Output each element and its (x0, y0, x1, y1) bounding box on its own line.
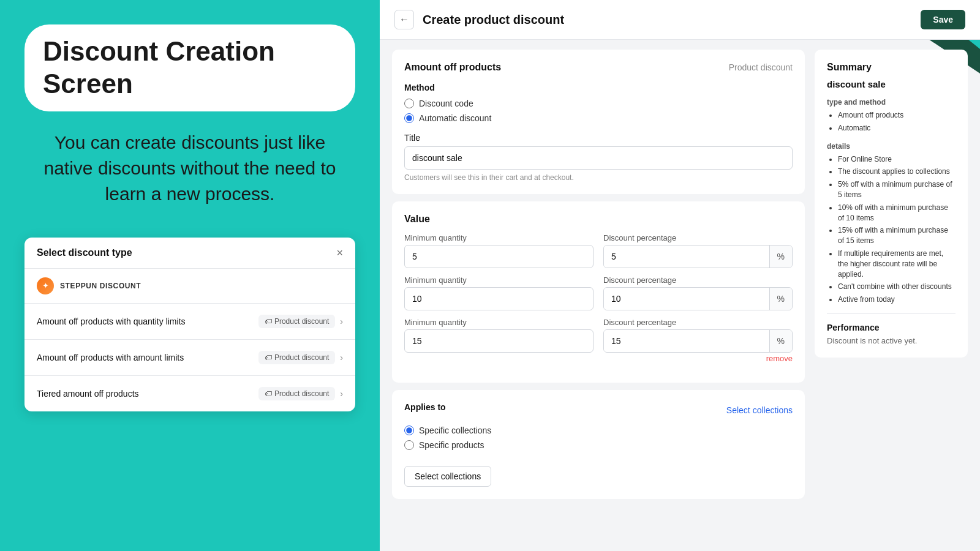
min-qty-input-1[interactable]: 10 (404, 287, 594, 310)
back-icon: ← (399, 14, 409, 25)
method-label: Method (404, 83, 793, 92)
select-collections-button[interactable]: Select collections (404, 466, 491, 487)
save-button[interactable]: Save (921, 10, 965, 29)
discount-pct-col-0: Discount percentage % (603, 233, 793, 268)
product-discount-label: Product discount (729, 62, 793, 72)
right-panel: ← Create product discount Save Amount of… (380, 0, 980, 551)
amount-off-label: Amount off products (404, 62, 501, 73)
title-input[interactable] (404, 146, 793, 170)
summary-detail-item: Active from today (838, 294, 956, 305)
min-qty-input-0[interactable]: 5 (404, 245, 594, 268)
discount-pct-label-1: Discount percentage (603, 276, 793, 285)
summary-type-item: Automatic (838, 123, 956, 133)
discount-option-label: Amount off products with quantity limits (37, 317, 186, 326)
discount-pct-input-2[interactable] (604, 330, 769, 352)
discount-option-tiered[interactable]: Tiered amount off products 🏷 Product dis… (24, 376, 355, 411)
discount-option-label: Amount off products with amount limits (37, 353, 184, 362)
modal-title: Select discount type (37, 247, 132, 258)
product-discount-badge: 🏷 Product discount (258, 351, 335, 364)
method-discount-code-radio[interactable] (404, 99, 414, 108)
summary-details-list: For Online StoreThe discount applies to … (827, 154, 956, 305)
summary-detail-item: Can't combine with other discounts (838, 282, 956, 292)
discount-pct-col-1: Discount percentage % (603, 276, 793, 310)
discount-option-right: 🏷 Product discount › (258, 315, 343, 328)
method-discount-code-label: Discount code (419, 99, 473, 108)
tag-icon: 🏷 (265, 317, 272, 326)
applies-header: Applies to Select collections (404, 402, 793, 418)
product-discount-badge: 🏷 Product discount (258, 315, 335, 328)
header-left: ← Create product discount (394, 10, 564, 29)
tag-icon: 🏷 (265, 353, 272, 362)
discount-pct-wrapper-0: % (603, 245, 793, 268)
summary-panel: Summary discount sale type and method Am… (815, 50, 968, 358)
page-title: Create product discount (423, 13, 564, 27)
summary-title: Summary (827, 62, 956, 73)
title-hint: Customers will see this in their cart an… (404, 173, 793, 182)
form-panel: Amount off products Product discount Met… (392, 50, 805, 541)
summary-detail-item: 5% off with a minimum purchase of 5 item… (838, 179, 956, 200)
value-row-0: Minimum quantity 5 Discount percentage % (404, 233, 793, 268)
discount-pct-wrapper-1: % (603, 287, 793, 310)
discount-type-modal: Select discount type × ✦ STEPPUN DISCOUN… (24, 238, 355, 411)
value-row-grid-2: Minimum quantity 15 Discount percentage … (404, 318, 793, 353)
header-bar: ← Create product discount Save (380, 0, 980, 40)
discount-option-right: 🏷 Product discount › (258, 387, 343, 400)
value-section-title: Value (404, 214, 793, 225)
applies-to-card: Applies to Select collections Specific c… (392, 390, 805, 499)
product-discount-badge: 🏷 Product discount (258, 387, 335, 400)
applies-specific-collections[interactable]: Specific collections (404, 425, 793, 435)
performance-section: Performance Discount is not active yet. (827, 313, 956, 345)
value-row-grid-0: Minimum quantity 5 Discount percentage % (404, 233, 793, 268)
min-qty-label-2: Minimum quantity (404, 318, 594, 327)
min-qty-label-1: Minimum quantity (404, 276, 594, 285)
discount-option-amt-limits[interactable]: Amount off products with amount limits 🏷… (24, 340, 355, 376)
discount-pct-col-2: Discount percentage % (603, 318, 793, 353)
applies-products-radio[interactable] (404, 440, 414, 450)
method-automatic-label: Automatic discount (419, 113, 491, 123)
back-button[interactable]: ← (394, 10, 414, 29)
steppun-row: ✦ STEPPUN DISCOUNT (24, 269, 355, 304)
value-card: Value Minimum quantity 5 Discount percen… (392, 201, 805, 383)
value-row-2: Minimum quantity 15 Discount percentage … (404, 318, 793, 363)
discount-pct-wrapper-2: % (603, 329, 793, 353)
discount-pct-input-1[interactable] (604, 288, 769, 310)
amount-off-card: Amount off products Product discount Met… (392, 50, 805, 194)
main-content: Amount off products Product discount Met… (380, 40, 980, 551)
applies-collections-radio[interactable] (404, 425, 414, 435)
left-panel: Discount Creation Screen You can create … (0, 0, 380, 551)
chevron-right-icon: › (340, 353, 343, 362)
discount-option-label: Tiered amount off products (37, 389, 139, 399)
method-radio-group: Discount code Automatic discount (404, 99, 793, 123)
main-title: Discount Creation Screen (24, 24, 355, 111)
min-qty-input-2[interactable]: 15 (404, 329, 594, 353)
subtitle: You can create discounts just like nativ… (24, 130, 355, 207)
method-discount-code[interactable]: Discount code (404, 99, 793, 108)
select-collections-link[interactable]: Select collections (726, 405, 793, 415)
title-field-label: Title (404, 133, 793, 143)
discount-option-right: 🏷 Product discount › (258, 351, 343, 364)
chevron-right-icon: › (340, 317, 343, 326)
method-automatic-radio[interactable] (404, 113, 414, 123)
discount-option-qty-limits[interactable]: Amount off products with quantity limits… (24, 304, 355, 340)
min-qty-col-2: Minimum quantity 15 (404, 318, 594, 353)
value-row-1: Minimum quantity 10 Discount percentage … (404, 276, 793, 310)
pct-suffix-2: % (769, 330, 792, 352)
card-header-row: Amount off products Product discount (404, 62, 793, 73)
summary-type-method-label: type and method (827, 98, 956, 107)
min-qty-label-0: Minimum quantity (404, 233, 594, 242)
value-rows-container: Minimum quantity 5 Discount percentage %… (404, 233, 793, 363)
min-qty-col-1: Minimum quantity 10 (404, 276, 594, 310)
remove-row-link[interactable]: remove (404, 354, 793, 363)
discount-pct-label-0: Discount percentage (603, 233, 793, 242)
tag-icon: 🏷 (265, 389, 272, 398)
modal-close-button[interactable]: × (336, 247, 343, 258)
summary-details-label: details (827, 142, 956, 151)
applies-specific-products[interactable]: Specific products (404, 440, 793, 450)
performance-title: Performance (827, 323, 956, 332)
summary-detail-item: If multiple requirements are met, the hi… (838, 249, 956, 279)
discount-pct-input-0[interactable] (604, 246, 769, 268)
method-automatic[interactable]: Automatic discount (404, 113, 793, 123)
summary-type-item: Amount off products (838, 110, 956, 121)
summary-discount-name: discount sale (827, 79, 956, 89)
pct-suffix-0: % (769, 246, 792, 268)
